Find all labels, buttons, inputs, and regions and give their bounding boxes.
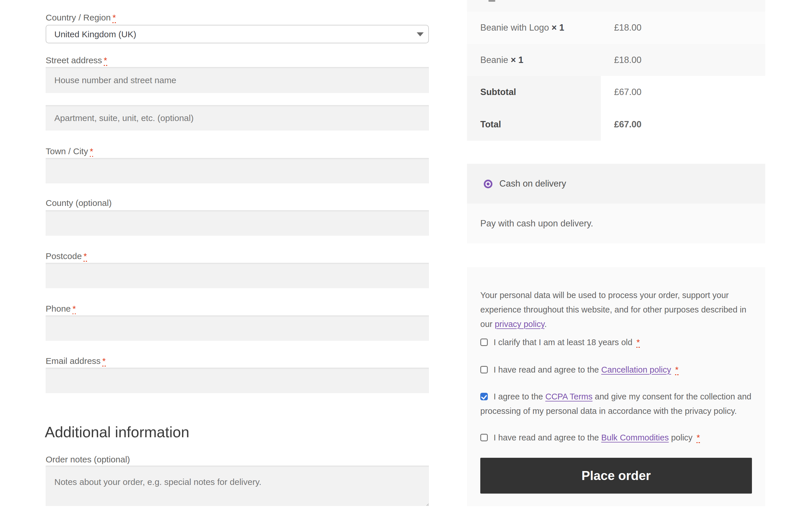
order-notes-label-text: Order notes (optional) (45, 455, 130, 464)
required-asterisk: * (73, 304, 76, 314)
order-item-row: Beanie × 1 £18.00 (467, 44, 765, 76)
payment-method-option[interactable]: Cash on delivery (467, 164, 765, 204)
country-label: Country / Region* (45, 12, 429, 23)
item-qty: × 1 (508, 55, 524, 65)
ccpa-checkbox[interactable] (480, 393, 488, 400)
privacy-text: . (545, 319, 547, 329)
phone-input[interactable] (45, 316, 429, 341)
total-label: Total (480, 108, 501, 141)
radio-selected-icon[interactable] (484, 179, 492, 188)
town-city-label: Town / City* (45, 146, 429, 157)
order-item-price: £18.00 (614, 12, 642, 44)
required-asterisk: * (696, 433, 700, 443)
order-notes-label: Order notes (optional) (45, 454, 429, 465)
street-address-label: Street address* (45, 55, 429, 66)
age-checkbox[interactable] (480, 339, 488, 346)
place-order-button[interactable]: Place order (480, 458, 752, 494)
postcode-label-text: Postcode (45, 251, 82, 261)
item-qty: × 1 (549, 22, 564, 33)
email-input[interactable] (45, 368, 429, 393)
required-asterisk: * (636, 337, 640, 348)
required-asterisk: * (104, 55, 107, 66)
order-item-price: £18.00 (614, 44, 642, 76)
payment-description-text: Pay with cash upon delivery. (480, 204, 593, 244)
county-label: County (optional) (45, 197, 429, 209)
payment-method-label: Cash on delivery (499, 164, 566, 204)
subtotal-label: Subtotal (480, 76, 516, 108)
terms-checkbox-row-bulk: I have read and agree to the Bulk Commod… (480, 430, 755, 445)
ccpa-terms-link[interactable]: CCPA Terms (545, 392, 592, 401)
town-label-text: Town / City (45, 147, 88, 156)
checkout-page: Country / Region* United Kingdom (UK) St… (0, 0, 808, 532)
terms-text (671, 365, 673, 374)
terms-text: I agree to the (494, 392, 545, 401)
country-label-text: Country / Region (45, 13, 111, 22)
payment-method-description: Pay with cash upon delivery. (467, 204, 765, 244)
order-item-row: Beanie with Logo × 1 £18.00 (467, 12, 765, 44)
total-value: £67.00 (614, 108, 642, 141)
required-asterisk: * (90, 147, 93, 157)
subtotal-value: £67.00 (614, 76, 642, 108)
terms-checkbox-row-age: I clarify that I am at least 18 years ol… (480, 335, 755, 349)
privacy-terms-panel: Your personal data will be used to proce… (467, 267, 765, 506)
item-name-text: Beanie (480, 55, 508, 65)
privacy-policy-text: Your personal data will be used to proce… (480, 288, 755, 331)
required-asterisk: * (102, 356, 106, 366)
terms-text: I have read and agree to the (494, 433, 601, 442)
street-label-text: Street address (45, 55, 102, 65)
email-label-text: Email address (45, 356, 100, 366)
terms-checkbox-row-ccpa: I agree to the CCPA Terms and give my co… (480, 389, 755, 418)
street-address-input[interactable] (45, 67, 429, 93)
email-label: Email address* (45, 356, 429, 366)
order-item-name: Beanie × 1 (480, 44, 524, 76)
bulk-commodities-checkbox[interactable] (480, 434, 488, 441)
clipped-item-row (467, 0, 765, 12)
cancellation-policy-link[interactable]: Cancellation policy (601, 365, 671, 374)
subtotal-row: Subtotal £67.00 (467, 76, 765, 108)
required-asterisk: * (112, 13, 116, 23)
order-notes-textarea[interactable] (45, 466, 429, 506)
total-row: Total £67.00 (467, 108, 765, 141)
order-review-panel: Beanie with Logo × 1 £18.00 Beanie × 1 £… (467, 0, 765, 532)
privacy-policy-link[interactable]: privacy policy (495, 319, 545, 329)
terms-checkbox-row-cancellation: I have read and agree to the Cancellatio… (480, 362, 755, 377)
item-name-text: Beanie with Logo (480, 22, 549, 33)
additional-information-heading: Additional information (45, 423, 189, 441)
phone-label: Phone* (45, 303, 429, 314)
terms-text: policy (669, 433, 695, 442)
county-label-text: County (optional) (45, 198, 112, 208)
order-item-name: Beanie with Logo × 1 (480, 12, 564, 44)
terms-text: I clarify that I am at least 18 years ol… (494, 338, 635, 347)
town-city-input[interactable] (45, 158, 429, 184)
phone-label-text: Phone (45, 304, 71, 314)
cancellation-checkbox[interactable] (480, 366, 488, 374)
clipped-item-text-sliver (489, 0, 495, 2)
postcode-input[interactable] (45, 263, 429, 288)
country-select[interactable]: United Kingdom (UK) (45, 25, 429, 43)
terms-text: I have read and agree to the (494, 365, 601, 374)
postcode-label: Postcode* (45, 251, 429, 262)
county-input[interactable] (45, 210, 429, 236)
required-asterisk: * (84, 251, 87, 262)
bulk-commodities-link[interactable]: Bulk Commodities (601, 433, 669, 442)
required-asterisk: * (675, 365, 679, 375)
street-address2-input[interactable] (45, 105, 429, 131)
